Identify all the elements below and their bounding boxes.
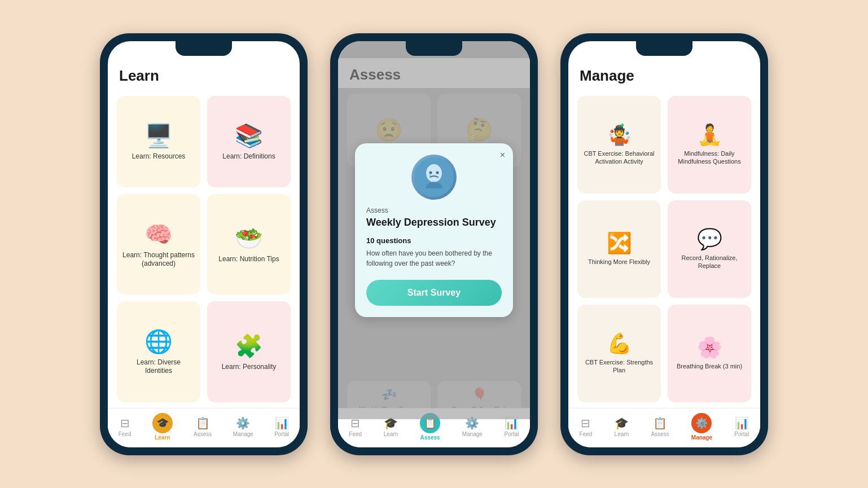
nav-feed-assess[interactable]: ⊟ Feed xyxy=(349,416,362,437)
mindfulness-icon: 🧘 xyxy=(697,125,722,145)
assess-icon-manage: 📋 xyxy=(653,416,667,430)
learn-label-manage: Learn xyxy=(615,431,629,437)
manage-card-cbt-behavioral[interactable]: 🤹 CBT Exercise: Behavioral Activation Ac… xyxy=(577,96,661,194)
mindfulness-label: Mindfulness: Daily Mindfulness Questions xyxy=(673,150,746,166)
learn-card-thought-patterns[interactable]: 🧠 Learn: Thought patterns (advanced) xyxy=(117,194,200,294)
learn-icon-manage: 🎓 xyxy=(615,416,629,430)
start-survey-button[interactable]: Start Survey xyxy=(366,280,502,306)
phone-manage: Manage 🤹 CBT Exercise: Behavioral Activa… xyxy=(560,33,768,455)
modal-category: Assess xyxy=(366,206,502,214)
svg-point-3 xyxy=(436,171,439,174)
notch-manage xyxy=(636,41,692,56)
assess-label-assess: Assess xyxy=(420,434,440,441)
manage-nav-icon: ⚙️ xyxy=(236,416,250,430)
survey-avatar xyxy=(411,155,457,200)
phone-learn: Learn 🖥️ Learn: Resources 📚 Learn: Defin… xyxy=(100,33,308,455)
portal-label-manage: Portal xyxy=(734,431,749,437)
record-icon: 💬 xyxy=(697,229,722,249)
manage-card-strengths[interactable]: 💪 CBT Exercise: Strengths Plan xyxy=(577,305,661,402)
phone-assess: Assess 😟 🤔 × xyxy=(330,33,538,455)
nav-learn-manage[interactable]: 🎓 Learn xyxy=(615,416,629,437)
nav-assess-learn[interactable]: 📋 Assess xyxy=(194,416,212,437)
record-label: Record, Rationalize, Replace xyxy=(673,254,746,270)
feed-label-manage: Feed xyxy=(580,431,593,437)
modal-description: How often have you been bothered by the … xyxy=(366,248,502,269)
feed-label: Feed xyxy=(119,431,131,437)
breathing-icon: 🌸 xyxy=(697,337,722,358)
assess-label-manage: Assess xyxy=(651,431,669,437)
nav-feed-learn[interactable]: ⊟ Feed xyxy=(119,416,131,437)
thought-patterns-label: Learn: Thought patterns (advanced) xyxy=(122,251,195,269)
manage-nav-label-active: Manage xyxy=(691,434,712,441)
manage-nav-label: Manage xyxy=(233,431,253,437)
cbt-behavioral-label: CBT Exercise: Behavioral Activation Acti… xyxy=(583,150,655,166)
learn-card-nutrition[interactable]: 🥗 Learn: Nutrition Tips xyxy=(207,194,291,294)
manage-card-record[interactable]: 💬 Record, Rationalize, Replace xyxy=(668,200,751,298)
feed-icon-manage: ⊟ xyxy=(581,416,590,430)
manage-bottom-nav: ⊟ Feed 🎓 Learn 📋 Assess ⚙️ Manage 📊 xyxy=(568,408,760,447)
strengths-icon: 💪 xyxy=(607,333,632,354)
assess-nav-icon: 📋 xyxy=(196,416,210,430)
cbt-behavioral-icon: 🤹 xyxy=(607,125,632,145)
notch-learn xyxy=(176,41,232,56)
feed-label-assess: Feed xyxy=(349,431,362,437)
assess-nav-label: Assess xyxy=(194,431,212,437)
resources-label: Learn: Resources xyxy=(132,152,186,161)
modal-close-button[interactable]: × xyxy=(500,150,505,160)
nutrition-icon: 🥗 xyxy=(235,227,263,249)
modal-questions: 10 questions xyxy=(366,236,502,245)
manage-label-assess: Manage xyxy=(462,431,483,437)
nav-manage-learn[interactable]: ⚙️ Manage xyxy=(233,416,253,437)
portal-label-assess: Portal xyxy=(505,431,519,437)
manage-card-breathing[interactable]: 🌸 Breathing Break (3 min) xyxy=(668,305,751,402)
thinking-icon: 🔀 xyxy=(607,233,632,253)
learn-card-personality[interactable]: 🧩 Learn: Personality xyxy=(207,301,291,402)
learn-card-grid: 🖥️ Learn: Resources 📚 Learn: Definitions… xyxy=(108,90,300,408)
modal-title: Weekly Depression Survey xyxy=(366,217,502,228)
svg-point-2 xyxy=(429,171,432,174)
personality-icon: 🧩 xyxy=(235,335,263,357)
diverse-icon: 🌐 xyxy=(144,330,173,353)
breathing-label: Breathing Break (3 min) xyxy=(677,362,742,370)
survey-modal: × xyxy=(355,143,513,317)
nav-manage-manage[interactable]: ⚙️ Manage xyxy=(691,413,712,441)
nav-portal-assess[interactable]: 📊 Portal xyxy=(505,416,519,437)
manage-title: Manage xyxy=(568,58,760,90)
manage-active-circle: ⚙️ xyxy=(691,413,712,433)
learn-nav-label: Learn xyxy=(155,434,170,441)
nav-feed-manage[interactable]: ⊟ Feed xyxy=(580,416,593,437)
portal-icon-manage: 📊 xyxy=(735,416,749,430)
notch-assess xyxy=(406,41,462,56)
definitions-label: Learn: Definitions xyxy=(222,152,275,161)
learn-title: Learn xyxy=(108,58,300,90)
manage-card-thinking[interactable]: 🔀 Thinking More Flexibly xyxy=(577,200,661,298)
feed-icon: ⊟ xyxy=(120,416,130,430)
learn-bottom-nav: ⊟ Feed 🎓 Learn 📋 Assess ⚙️ Manage 📊 xyxy=(108,408,300,447)
portal-nav-icon: 📊 xyxy=(275,416,289,430)
diverse-label: Learn: Diverse Identities xyxy=(122,358,195,376)
learn-label-assess: Learn xyxy=(384,431,398,437)
modal-overlay: × xyxy=(338,41,530,419)
learn-card-resources[interactable]: 🖥️ Learn: Resources xyxy=(117,96,200,188)
learn-active-circle: 🎓 xyxy=(152,413,173,433)
nav-portal-learn[interactable]: 📊 Portal xyxy=(274,416,289,437)
svg-point-4 xyxy=(429,174,431,177)
strengths-label: CBT Exercise: Strengths Plan xyxy=(583,358,655,375)
nav-assess-manage[interactable]: 📋 Assess xyxy=(651,416,669,437)
nav-learn-learn[interactable]: 🎓 Learn xyxy=(152,413,173,441)
manage-card-mindfulness[interactable]: 🧘 Mindfulness: Daily Mindfulness Questio… xyxy=(668,96,751,194)
portal-nav-label: Portal xyxy=(274,431,289,437)
personality-label: Learn: Personality xyxy=(222,363,277,372)
learn-card-diverse[interactable]: 🌐 Learn: Diverse Identities xyxy=(117,301,200,402)
nutrition-label: Learn: Nutrition Tips xyxy=(218,255,279,264)
thought-patterns-icon: 🧠 xyxy=(144,223,173,245)
thinking-label: Thinking More Flexibly xyxy=(588,258,650,266)
nav-learn-assess[interactable]: 🎓 Learn xyxy=(384,416,398,437)
learn-card-definitions[interactable]: 📚 Learn: Definitions xyxy=(207,96,291,188)
nav-portal-manage[interactable]: 📊 Portal xyxy=(734,416,749,437)
manage-card-grid: 🤹 CBT Exercise: Behavioral Activation Ac… xyxy=(568,90,760,408)
resources-icon: 🖥️ xyxy=(144,124,173,147)
modal-hero xyxy=(366,155,502,200)
nav-manage-assess[interactable]: ⚙️ Manage xyxy=(462,416,483,437)
svg-point-1 xyxy=(426,164,442,182)
